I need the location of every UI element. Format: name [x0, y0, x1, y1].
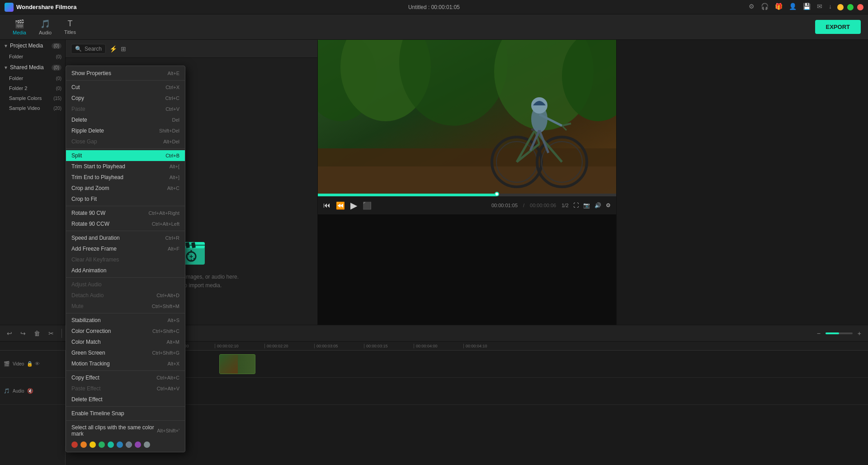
ctx-show-properties[interactable]: Show Properties Alt+E: [66, 68, 185, 79]
color-dot-red[interactable]: [71, 441, 78, 448]
ctx-adjust-audio: Adjust Audio: [66, 279, 185, 290]
settings-icon[interactable]: ⚙: [749, 3, 755, 10]
app-logo: Wondershare Filmora: [5, 3, 76, 12]
zoom-slider[interactable]: [826, 332, 853, 334]
ctx-stabilization[interactable]: Stabilization Alt+S: [66, 315, 185, 326]
ctx-motion-tracking[interactable]: Motion Tracking Alt+X: [66, 358, 185, 369]
close-button[interactable]: ×: [857, 4, 863, 10]
headset-icon[interactable]: 🎧: [761, 3, 769, 10]
color-dot-yellow[interactable]: [90, 441, 96, 448]
cut-button[interactable]: ✂: [46, 328, 56, 338]
audio-track-label: 🎵 Audio 🔇: [0, 378, 65, 405]
audio-track-mute-icon[interactable]: 🔇: [27, 388, 33, 394]
sample-colors-label: Sample Colors: [9, 95, 42, 101]
save-icon[interactable]: 💾: [803, 3, 811, 10]
fullscreen-button[interactable]: ⛶: [573, 202, 579, 209]
color-dot-green[interactable]: [99, 441, 105, 448]
ctx-color-match[interactable]: Color Match Alt+M: [66, 337, 185, 347]
audio-button[interactable]: 🔊: [594, 202, 601, 209]
ctx-rotate-ccw-shortcut: Ctrl+Alt+Left: [152, 221, 179, 227]
step-back-button[interactable]: ⏪: [336, 201, 345, 210]
track-lock-icon[interactable]: 🔒: [27, 361, 33, 367]
color-dot-teal[interactable]: [108, 441, 114, 448]
ctx-freeze-frame[interactable]: Add Freeze Frame Alt+F: [66, 243, 185, 254]
ctx-crop-fit[interactable]: Crop to Fit: [66, 194, 185, 204]
color-dot-gray[interactable]: [144, 441, 150, 448]
ctx-split-shortcut: Ctrl+B: [165, 153, 179, 158]
gift-icon[interactable]: 🎁: [775, 3, 783, 10]
zoom-in-button[interactable]: +: [855, 328, 863, 338]
color-dot-blue[interactable]: [117, 441, 123, 448]
filter-icon[interactable]: ⚡: [109, 45, 117, 52]
main-toolbar: 🎬 Media 🎵 Audio T Titles EXPORT: [0, 14, 868, 40]
audio-track-controls: 🔇: [27, 388, 33, 394]
ctx-color-correction[interactable]: Color Correction Ctrl+Shift+C: [66, 326, 185, 337]
settings2-button[interactable]: ⚙: [606, 202, 611, 209]
ctx-rotate-cw[interactable]: Rotate 90 CW Ctrl+Alt+Right: [66, 208, 185, 218]
ruler-mark-3: 00:00:02:10: [215, 344, 264, 348]
ctx-green-screen[interactable]: Green Screen Ctrl+Shift+G: [66, 347, 185, 358]
total-time: 00:00:00:06: [530, 203, 556, 208]
ctx-crop-fit-label: Crop to Fit: [71, 196, 179, 202]
audio-track-row: [66, 378, 868, 405]
audio-track-name: Audio: [13, 389, 24, 394]
undo-button[interactable]: ↩: [5, 328, 14, 338]
ctx-add-animation[interactable]: Add Animation: [66, 265, 185, 276]
ctx-copy-effect-shortcut: Ctrl+Alt+C: [156, 375, 179, 380]
video-clip-2[interactable]: [219, 354, 255, 374]
track-eye-icon[interactable]: 👁: [35, 361, 40, 367]
ctx-trim-start[interactable]: Trim Start to Playhead Alt+[: [66, 161, 185, 172]
ctx-select-color-mark[interactable]: Select all clips with the same color mar…: [66, 422, 185, 439]
message-icon[interactable]: ✉: [817, 3, 822, 10]
media-tab-label: Media: [13, 30, 26, 35]
project-media-label: Project Media: [10, 43, 43, 49]
color-dot-purple[interactable]: [135, 441, 141, 448]
preview-video-content: [318, 40, 616, 194]
ctx-clear-keyframes: Clear All Keyframes: [66, 254, 185, 265]
ctx-delete[interactable]: Delete Del: [66, 114, 185, 125]
folder-item-1[interactable]: Folder (0): [0, 52, 65, 62]
user-icon[interactable]: 👤: [789, 3, 797, 10]
grid-icon[interactable]: ⊞: [121, 45, 126, 52]
toolbar-titles-tab[interactable]: T Titles: [59, 17, 81, 37]
ctx-enable-snap[interactable]: Enable Timeline Snap: [66, 408, 185, 419]
video-progress-bar[interactable]: [318, 194, 616, 196]
search-box[interactable]: 🔍 Search: [71, 44, 106, 54]
export-button[interactable]: EXPORT: [815, 20, 861, 34]
folder-item-2[interactable]: Folder (0): [0, 73, 65, 83]
ctx-split[interactable]: Split Ctrl+B: [66, 150, 185, 161]
toolbar-media-tab[interactable]: 🎬 Media: [7, 17, 32, 37]
delete-button[interactable]: 🗑: [32, 328, 42, 338]
audio-track-icon: 🎵: [4, 388, 10, 394]
go-start-button[interactable]: ⏮: [323, 201, 330, 209]
ctx-speed-duration-label: Speed and Duration: [71, 235, 165, 241]
ctx-crop-zoom[interactable]: Crop and Zoom Alt+C: [66, 183, 185, 194]
ctx-cut[interactable]: Cut Ctrl+X: [66, 82, 185, 93]
ctx-copy[interactable]: Copy Ctrl+C: [66, 93, 185, 104]
folder-item-3[interactable]: Folder 2 (0): [0, 83, 65, 93]
color-dot-gray-blue[interactable]: [126, 441, 132, 448]
toolbar-audio-tab[interactable]: 🎵 Audio: [33, 17, 57, 37]
ctx-ripple-delete[interactable]: Ripple Delete Shift+Del: [66, 125, 185, 136]
project-media-header[interactable]: ▼ Project Media (0): [0, 40, 65, 52]
snapshot-button[interactable]: 📷: [583, 202, 590, 209]
sample-video-item[interactable]: Sample Video (20): [0, 103, 65, 113]
sample-colors-item[interactable]: Sample Colors (15): [0, 93, 65, 103]
ctx-trim-end[interactable]: Trim End to Playhead Alt+]: [66, 172, 185, 183]
progress-thumb[interactable]: [495, 192, 499, 196]
zoom-out-button[interactable]: −: [815, 328, 823, 338]
play-button[interactable]: ▶: [350, 200, 357, 211]
download-icon[interactable]: ↓: [829, 3, 832, 10]
maximize-button[interactable]: □: [847, 4, 854, 10]
ruler-mark-5: 00:00:03:05: [314, 344, 364, 348]
stop-button[interactable]: ⬛: [363, 201, 372, 210]
ctx-rotate-ccw[interactable]: Rotate 90 CCW Ctrl+Alt+Left: [66, 218, 185, 229]
ctx-copy-effect[interactable]: Copy Effect Ctrl+Alt+C: [66, 372, 185, 383]
clip-thumbnail-2: [220, 355, 238, 374]
minimize-button[interactable]: −: [837, 4, 844, 10]
color-dot-orange[interactable]: [80, 441, 87, 448]
redo-button[interactable]: ↪: [18, 328, 28, 338]
ctx-delete-effect[interactable]: Delete Effect: [66, 394, 185, 405]
shared-media-header[interactable]: ▼ Shared Media (0): [0, 62, 65, 73]
ctx-speed-duration[interactable]: Speed and Duration Ctrl+R: [66, 232, 185, 243]
